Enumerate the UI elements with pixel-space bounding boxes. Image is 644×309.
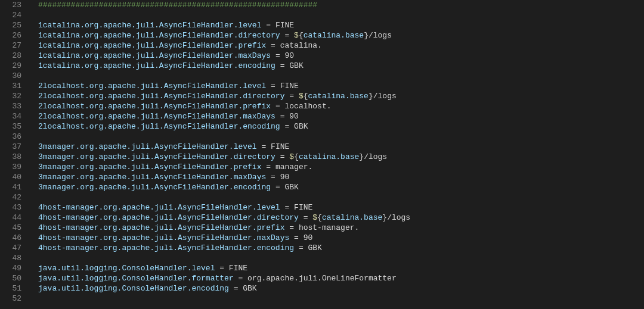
token-punct: }	[359, 152, 364, 161]
token-default: =	[294, 244, 308, 252]
code-line[interactable]: 4host-manager.org.apache.juli.AsyncFileH…	[38, 223, 644, 233]
token-default: localhost.	[284, 102, 331, 111]
token-key: 4host-manager.org.apache.juli.AsyncFileH…	[38, 244, 294, 252]
token-default: FINE	[294, 203, 312, 212]
line-number: 48	[0, 253, 21, 263]
token-default: =	[280, 122, 294, 131]
token-special: $	[289, 152, 294, 161]
line-number: 26	[0, 30, 21, 40]
code-line[interactable]	[38, 132, 644, 142]
code-line[interactable]: 2localhost.org.apache.juli.AsyncFileHand…	[38, 121, 644, 132]
line-number: 30	[0, 71, 21, 81]
token-default: =	[284, 92, 298, 101]
line-number: 25	[0, 20, 21, 30]
token-key: java.util.logging.ConsoleHandler.level	[38, 264, 215, 273]
code-line[interactable]	[38, 71, 644, 81]
code-line[interactable]: 2localhost.org.apache.juli.AsyncFileHand…	[38, 101, 644, 111]
token-default: =	[284, 223, 298, 232]
token-default: catalina.	[280, 41, 322, 50]
token-key: 4host-manager.org.apache.juli.AsyncFileH…	[38, 223, 284, 232]
token-comment: ########################################…	[38, 1, 317, 10]
token-default: GBK	[243, 284, 256, 293]
token-default: =	[280, 31, 294, 40]
token-default: org.apache.juli.OneLineFormatter	[247, 274, 397, 283]
line-number: 47	[0, 243, 21, 253]
token-default: /logs	[364, 152, 387, 161]
code-line[interactable]	[38, 253, 644, 263]
line-number: 32	[0, 91, 21, 101]
code-line[interactable]: java.util.logging.ConsoleHandler.formatt…	[38, 273, 644, 283]
token-default: GBK	[294, 122, 308, 131]
code-line[interactable]: 1catalina.org.apache.juli.AsyncFileHandl…	[38, 61, 644, 71]
token-punct: }	[369, 92, 373, 101]
code-line[interactable]: 1catalina.org.apache.juli.AsyncFileHandl…	[38, 30, 644, 40]
code-line[interactable]: 1catalina.org.apache.juli.AsyncFileHandl…	[38, 51, 644, 61]
token-key: catalina.base	[308, 92, 369, 101]
token-punct: {	[299, 31, 304, 40]
line-number: 44	[0, 213, 21, 223]
line-number: 28	[0, 51, 21, 61]
token-key: 3manager.org.apache.juli.AsyncFileHandle…	[38, 152, 275, 161]
code-line[interactable]: 4host-manager.org.apache.juli.AsyncFileH…	[38, 213, 644, 223]
code-line[interactable]: ########################################…	[38, 0, 644, 10]
token-default: 90	[289, 112, 299, 121]
token-default: =	[275, 61, 289, 70]
token-key: 3manager.org.apache.juli.AsyncFileHandle…	[38, 142, 257, 151]
token-key: 3manager.org.apache.juli.AsyncFileHandle…	[38, 163, 261, 171]
line-number: 33	[0, 101, 21, 111]
token-key: 2localhost.org.apache.juli.AsyncFileHand…	[38, 112, 275, 121]
token-punct: }	[364, 31, 369, 40]
code-line[interactable]: 1catalina.org.apache.juli.AsyncFileHandl…	[38, 40, 644, 51]
token-key: 4host-manager.org.apache.juli.AsyncFileH…	[38, 213, 299, 222]
token-special: $	[312, 213, 317, 222]
line-number: 40	[0, 172, 21, 182]
code-line[interactable]: 3manager.org.apache.juli.AsyncFileHandle…	[38, 172, 644, 182]
code-line[interactable]: 2localhost.org.apache.juli.AsyncFileHand…	[38, 81, 644, 91]
line-number: 43	[0, 202, 21, 213]
code-editor[interactable]: 2324252627282930313233343536373839404142…	[0, 0, 644, 309]
code-line[interactable]: 4host-manager.org.apache.juli.AsyncFileH…	[38, 202, 644, 213]
token-default: =	[280, 203, 294, 212]
token-default: 90	[284, 51, 294, 60]
token-default: =	[266, 82, 280, 90]
line-number: 46	[0, 233, 21, 243]
line-number: 36	[0, 132, 21, 142]
token-default: =	[289, 233, 303, 242]
token-punct: {	[317, 213, 322, 222]
token-default: =	[261, 21, 275, 30]
token-default: =	[229, 284, 243, 293]
token-default: 90	[280, 173, 290, 182]
code-line[interactable]: 2localhost.org.apache.juli.AsyncFileHand…	[38, 111, 644, 121]
token-default: FINE	[229, 264, 247, 273]
code-line[interactable]	[38, 10, 644, 20]
token-default: =	[266, 173, 280, 182]
token-key: 1catalina.org.apache.juli.AsyncFileHandl…	[38, 31, 280, 40]
code-line[interactable]: 3manager.org.apache.juli.AsyncFileHandle…	[38, 152, 644, 162]
token-key: catalina.base	[322, 213, 382, 222]
token-default: FINE	[275, 21, 294, 30]
token-key: 3manager.org.apache.juli.AsyncFileHandle…	[38, 173, 266, 182]
code-line[interactable]: java.util.logging.ConsoleHandler.level =…	[38, 263, 644, 273]
code-line[interactable]	[38, 192, 644, 202]
token-default: GBK	[284, 183, 298, 192]
code-line[interactable]: 2localhost.org.apache.juli.AsyncFileHand…	[38, 91, 644, 101]
line-number: 50	[0, 273, 21, 283]
token-key: 2localhost.org.apache.juli.AsyncFileHand…	[38, 92, 284, 101]
token-default: /logs	[387, 213, 410, 222]
code-line[interactable]: 4host-manager.org.apache.juli.AsyncFileH…	[38, 233, 644, 243]
code-line[interactable]: 3manager.org.apache.juli.AsyncFileHandle…	[38, 182, 644, 192]
token-default: =	[271, 51, 284, 60]
code-line[interactable]: 3manager.org.apache.juli.AsyncFileHandle…	[38, 162, 644, 172]
line-number: 31	[0, 81, 21, 91]
code-line[interactable]: 3manager.org.apache.juli.AsyncFileHandle…	[38, 142, 644, 152]
code-content[interactable]: ########################################…	[30, 0, 644, 309]
code-line[interactable]	[38, 294, 644, 304]
token-key: java.util.logging.ConsoleHandler.formatt…	[38, 274, 234, 283]
code-line[interactable]: java.util.logging.ConsoleHandler.encodin…	[38, 283, 644, 294]
token-default: =	[275, 152, 289, 161]
token-key: 4host-manager.org.apache.juli.AsyncFileH…	[38, 203, 280, 212]
token-default: =	[257, 142, 271, 151]
token-key: 1catalina.org.apache.juli.AsyncFileHandl…	[38, 21, 261, 30]
code-line[interactable]: 1catalina.org.apache.juli.AsyncFileHandl…	[38, 20, 644, 30]
code-line[interactable]: 4host-manager.org.apache.juli.AsyncFileH…	[38, 243, 644, 253]
